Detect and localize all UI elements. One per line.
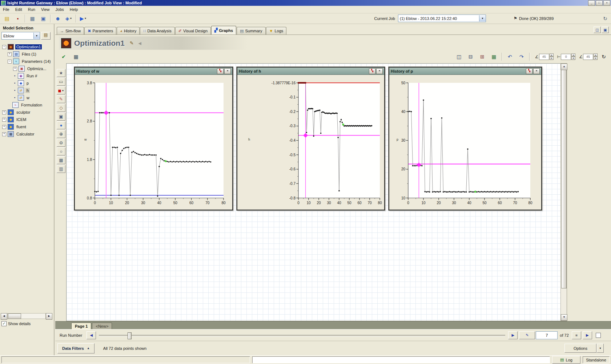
refresh-view-tool[interactable]: ● — [57, 121, 65, 129]
chart-window-w[interactable]: History of w▚×3.82.81.80.801020304050607… — [74, 67, 233, 210]
spin-up-icon[interactable]: ▲ — [571, 53, 575, 57]
tree-item-calculator[interactable]: +▦Calculator — [0, 130, 54, 138]
pan-tool[interactable]: ◇ — [57, 104, 65, 112]
sidebar-horizontal-scrollbar[interactable]: ◀ ▶ — [1, 313, 52, 319]
stop-job-button[interactable]: ▪ — [13, 14, 23, 23]
menu-run[interactable]: Run — [25, 7, 38, 12]
tree-item-h[interactable]: •⇄h — [0, 87, 54, 94]
chevron-down-icon[interactable]: ▼ — [33, 33, 40, 39]
chart-mode-button[interactable]: ✔ — [59, 52, 69, 61]
float-view-icon[interactable]: ◫ — [594, 27, 601, 33]
scroll-thumb[interactable] — [561, 70, 567, 288]
tree-item-p[interactable]: •◆p — [0, 80, 54, 87]
data-filters-button[interactable]: Data Filters ▲ — [57, 343, 95, 353]
expand-icon[interactable]: + — [13, 67, 17, 71]
offset-spinner-value[interactable]: 0 — [561, 54, 571, 60]
slider-handle[interactable] — [128, 332, 132, 339]
menu-jobs[interactable]: Jobs — [53, 7, 67, 12]
users-button[interactable]: ☻ — [53, 14, 63, 23]
refresh-icon[interactable]: ↻ — [603, 16, 607, 21]
menu-edit[interactable]: Edit — [12, 7, 25, 12]
marquee-tool[interactable]: ▭ — [57, 78, 65, 86]
expand-icon[interactable]: + — [2, 132, 6, 136]
grid-snap-tool[interactable]: ▦ — [57, 156, 65, 164]
show-details-checkbox[interactable]: ✓ — [1, 321, 7, 326]
tree-item-sculptor[interactable]: +◆sculptor — [0, 109, 54, 116]
spin-up-icon[interactable]: ▲ — [550, 53, 554, 57]
chart-title-bar[interactable]: History of p▚× — [389, 68, 541, 75]
chart-title-bar[interactable]: History of h▚× — [237, 68, 384, 75]
options-button[interactable]: Options — [564, 344, 596, 353]
scroll-up-icon[interactable]: ▲ — [561, 64, 567, 70]
tab-page-1[interactable]: Page 1 — [71, 323, 91, 329]
scroll-thumb[interactable] — [8, 314, 21, 319]
copy-button[interactable]: ▣ — [38, 14, 48, 23]
tab-graphs[interactable]: ▞Graphs — [211, 26, 236, 35]
edit-run-button[interactable]: ✎ — [519, 331, 535, 339]
tree-item-files-1-[interactable]: +▤Files (1) — [0, 50, 54, 58]
graphs-canvas[interactable]: History of w▚×3.82.81.80.801020304050607… — [66, 63, 567, 321]
vertical-scrollbar[interactable]: ▲ ▼ — [560, 64, 567, 321]
tree-item-fluent[interactable]: +◆fluent — [0, 123, 54, 130]
stop-playback-button[interactable]: ■ — [572, 331, 581, 339]
prev-run-button[interactable]: ◀ — [87, 331, 96, 339]
model-select[interactable]: Eblow ▼ — [1, 32, 40, 40]
tab-parameters[interactable]: ✖Parameters — [84, 27, 116, 35]
options-dropdown-button[interactable]: ▼ — [597, 344, 604, 353]
run-model-button[interactable]: ▶▼ — [78, 14, 88, 23]
expand-icon[interactable]: + — [2, 125, 6, 129]
tab-visual-design[interactable]: ✐Visual Design — [175, 27, 211, 35]
tab-history[interactable]: ◕History — [117, 27, 140, 35]
chart-popout-button[interactable]: ▚ — [217, 68, 224, 74]
tree-item-icem[interactable]: +◆ICEM — [0, 116, 54, 123]
tile-vertical-button[interactable]: ⊟ — [466, 52, 476, 61]
zoom-fit-tool[interactable]: ○ — [57, 147, 65, 155]
tile-horizontal-button[interactable]: ◫ — [454, 52, 464, 61]
spin-down-icon[interactable]: ▼ — [594, 57, 598, 60]
tile-mixed-button[interactable]: ▦ — [489, 52, 499, 61]
size-spinner-value[interactable]: 45 — [583, 54, 593, 60]
tab-sim-flow[interactable]: →Sim-flow — [57, 27, 84, 35]
model-edit-button[interactable]: ▤ — [41, 32, 51, 40]
scroll-right-icon[interactable]: ▶ — [46, 313, 52, 320]
tab-new-page[interactable]: <New> — [92, 323, 112, 329]
spin-down-icon[interactable]: ▼ — [550, 57, 554, 60]
tree-item-parameters-14-[interactable]: −≈Parameters (14) — [0, 58, 54, 65]
chart-close-button[interactable]: × — [376, 68, 383, 74]
bring-front-button[interactable]: ↷ — [516, 52, 527, 61]
chevron-down-icon[interactable]: ▼ — [84, 17, 87, 20]
run-number-input[interactable] — [536, 331, 558, 339]
zoom-region-tool[interactable]: ▣ — [57, 113, 65, 121]
loop-checkbox[interactable] — [596, 333, 601, 338]
spin-down-icon[interactable]: ▼ — [571, 57, 575, 60]
chart-title-bar[interactable]: History of w▚× — [75, 68, 232, 75]
save-button[interactable]: ▦ — [27, 14, 37, 23]
angle-spinner-value[interactable]: 45 — [539, 54, 549, 60]
table-mode-button[interactable]: ▦ — [71, 52, 81, 61]
minimize-button[interactable]: _ — [588, 0, 595, 6]
restore-view-icon[interactable]: ▣ — [602, 27, 609, 33]
spin-up-icon[interactable]: ▲ — [594, 53, 598, 57]
collapse-icon[interactable]: − — [8, 60, 12, 64]
chart-popout-button[interactable]: ▚ — [369, 68, 375, 74]
tile-grid-button[interactable]: ⊞ — [477, 52, 487, 61]
chart-close-button[interactable]: × — [533, 68, 540, 74]
menu-help[interactable]: Help — [67, 7, 81, 12]
color-swatch[interactable]: ■▼ — [57, 86, 65, 94]
edit-title-icon[interactable]: ✎ — [130, 40, 134, 46]
scroll-down-icon[interactable]: ▼ — [561, 314, 567, 321]
chevron-down-icon[interactable]: ▼ — [479, 15, 486, 21]
tab-logs[interactable]: ▼Logs — [266, 27, 287, 35]
tree-item-run-[interactable]: •◉Run # — [0, 72, 54, 80]
chart-window-h[interactable]: History of h▚×-1.387779E-16-0.1-0.2-0.3-… — [237, 67, 385, 210]
expand-icon[interactable]: + — [8, 52, 12, 56]
zoom-out-tool[interactable]: ⊖ — [57, 139, 65, 147]
tree-item-optimiza-[interactable]: +▣Optimiza... — [0, 65, 54, 72]
menu-view[interactable]: View — [38, 7, 53, 12]
tab-summary[interactable]: ▤Summary — [237, 27, 265, 35]
scroll-left-icon[interactable]: ◀ — [1, 313, 7, 320]
step-run-button[interactable]: ▶ — [508, 331, 518, 339]
menu-file[interactable]: File — [0, 7, 12, 12]
collapse-icon[interactable]: − — [2, 45, 6, 49]
chart-window-p[interactable]: History of p▚×50403020100102030405060708… — [389, 67, 542, 210]
